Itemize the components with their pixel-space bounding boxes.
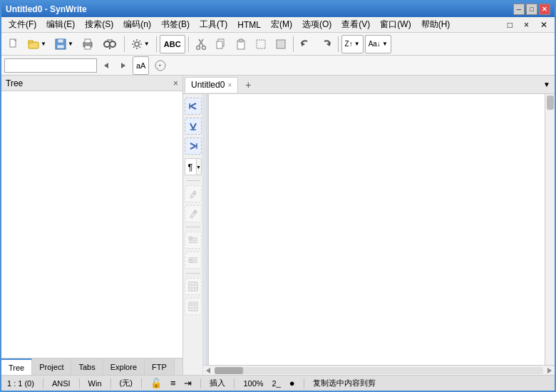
prev-search-button[interactable]: [98, 58, 114, 73]
svg-point-9: [104, 41, 110, 47]
toolbar1: ▼ ▼ ▼ ABC Z↑: [1, 33, 555, 56]
editor-tab-untitled0[interactable]: Untitled0 ×: [185, 77, 238, 93]
pilcrow-dropdown-button[interactable]: ▼: [196, 158, 202, 175]
scrollbar-track[interactable]: [215, 367, 543, 374]
tab-tree[interactable]: Tree: [1, 359, 32, 375]
menu-view[interactable]: 查看(V): [337, 17, 374, 32]
editor-wrapper: [203, 94, 555, 375]
settings-button[interactable]: ▼: [128, 35, 153, 53]
left-panel-close[interactable]: ×: [173, 78, 178, 88]
save-button[interactable]: ▼: [51, 35, 77, 53]
icon-btn-5[interactable]: [185, 278, 202, 295]
fold-down-button[interactable]: [185, 118, 202, 135]
tb-sep5: [338, 36, 339, 52]
cut-button[interactable]: [192, 35, 210, 53]
tb-sep2: [156, 36, 157, 52]
svg-rect-23: [277, 40, 285, 48]
title-bar: Untitled0 - SynWrite ─ □ ✕: [1, 1, 555, 17]
icon-btn-4[interactable]: [185, 252, 202, 269]
menu-search[interactable]: 搜索(S): [81, 17, 118, 32]
case-toggle-button[interactable]: aA: [133, 56, 149, 75]
left-panel-header: Tree ×: [1, 76, 182, 91]
next-search-button[interactable]: [115, 58, 131, 73]
fold-all-button[interactable]: [185, 98, 202, 115]
status-align-icon: ≡: [170, 378, 176, 388]
scrollbar-thumb[interactable]: [215, 367, 243, 374]
tab-explore[interactable]: Explore: [103, 359, 145, 375]
select-all-button[interactable]: [252, 35, 270, 53]
find-button[interactable]: [98, 35, 121, 53]
editor-tab-close[interactable]: ×: [227, 81, 232, 89]
vertical-scrollbar[interactable]: [545, 94, 555, 365]
undo-button[interactable]: [297, 35, 315, 53]
maximize-button[interactable]: □: [526, 4, 537, 15]
spellcheck-button[interactable]: ABC: [160, 35, 185, 53]
status-sep3: [110, 378, 111, 388]
menu-bar: 文件(F) 编辑(E) 搜索(S) 编码(n) 书签(B) 工具(T) HTML…: [1, 17, 555, 33]
status-sep7: [304, 378, 304, 388]
status-no-value: (无): [120, 378, 133, 388]
redo-button[interactable]: [316, 35, 335, 53]
status-sep6: [234, 378, 235, 388]
editor-content[interactable]: [209, 94, 545, 365]
svg-marker-27: [121, 63, 125, 68]
minimize-button[interactable]: ─: [513, 4, 525, 15]
tab-ftp[interactable]: FTP: [145, 359, 175, 375]
svg-rect-5: [57, 45, 64, 48]
tab-explore-label: Explore: [110, 363, 137, 371]
pilcrow-group: ¶ ▼: [185, 158, 202, 176]
icon-btn-6[interactable]: [185, 298, 202, 315]
sort-button[interactable]: Z↑ ▼: [341, 35, 364, 53]
menu-right-icon2[interactable]: ×: [520, 19, 533, 31]
status-circle-icon: ●: [289, 378, 295, 388]
tab-tabs[interactable]: Tabs: [71, 359, 103, 375]
menu-macro[interactable]: 宏(M): [267, 17, 297, 32]
status-copy-text: 复制选中内容到剪: [313, 378, 376, 388]
menu-edit[interactable]: 编辑(E): [42, 17, 79, 32]
case-button[interactable]: Aa↓ ▼: [365, 35, 391, 53]
side-icon-bar: ¶ ▼: [183, 94, 203, 375]
copy-button[interactable]: [212, 35, 230, 53]
svg-point-17: [202, 46, 205, 49]
tab-project[interactable]: Project: [32, 359, 71, 375]
icon-btn-1[interactable]: [185, 185, 202, 202]
status-sep1: [43, 378, 43, 388]
paste-button[interactable]: [232, 35, 250, 53]
scroll-left-icon[interactable]: [205, 367, 212, 374]
add-tab-button[interactable]: +: [241, 78, 255, 92]
open-button[interactable]: ▼: [24, 35, 50, 53]
menu-right-icon3[interactable]: ✕: [536, 19, 552, 31]
fold-right-button[interactable]: [185, 138, 202, 155]
menu-encode[interactable]: 编码(n): [119, 17, 155, 32]
scroll-right-icon[interactable]: [546, 367, 553, 374]
tab-scroll-arrow[interactable]: ▼: [540, 79, 553, 90]
svg-point-16: [196, 46, 200, 49]
regex-button[interactable]: .*: [150, 58, 170, 73]
pilcrow-button[interactable]: ¶: [185, 158, 196, 175]
menu-options[interactable]: 选项(O): [298, 17, 336, 32]
menu-help[interactable]: 帮助(H): [417, 17, 455, 32]
app-title: Untitled0 - SynWrite: [6, 4, 87, 14]
new-button[interactable]: [4, 35, 23, 53]
left-panel-tabs: Tree Project Tabs Explore FTP: [1, 358, 182, 375]
menu-right-icon1[interactable]: □: [503, 19, 517, 31]
clear-button[interactable]: [272, 35, 290, 53]
print-button[interactable]: [78, 35, 97, 53]
spellcheck-label: ABC: [164, 40, 181, 48]
icon-btn-3[interactable]: [185, 232, 202, 249]
status-encoding: ANSI: [52, 379, 71, 388]
horizontal-scrollbar[interactable]: [203, 365, 555, 375]
menu-file[interactable]: 文件(F): [4, 17, 41, 32]
svg-rect-8: [85, 46, 91, 49]
line-gutter: [203, 94, 209, 365]
menu-html[interactable]: HTML: [233, 19, 265, 31]
tb-sep1: [124, 36, 125, 52]
status-lock-icon: 🔓: [150, 378, 162, 388]
search-input[interactable]: [4, 58, 97, 73]
menu-window[interactable]: 窗口(W): [376, 17, 415, 32]
menu-bookmark[interactable]: 书签(B): [157, 17, 194, 32]
icon-btn-2[interactable]: [185, 205, 202, 222]
close-button[interactable]: ✕: [539, 4, 550, 15]
case-dropdown-arrow: ▼: [382, 41, 388, 47]
menu-tools[interactable]: 工具(T): [195, 17, 232, 32]
